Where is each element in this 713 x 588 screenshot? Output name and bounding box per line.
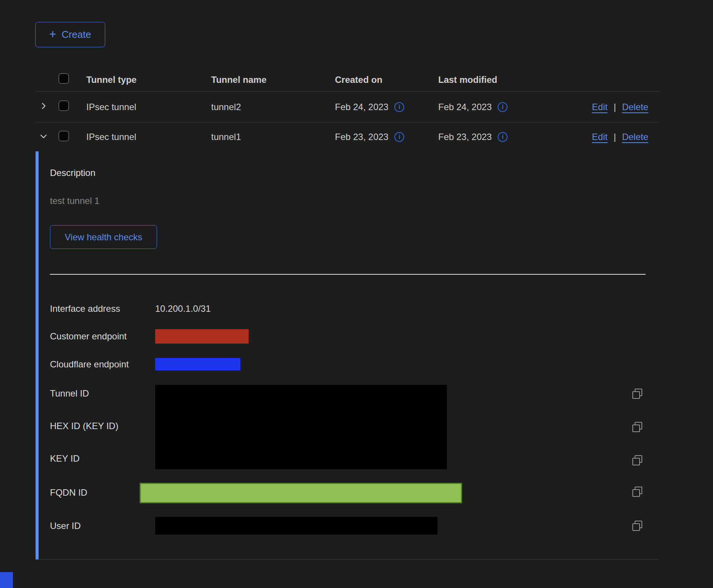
table-header-row: Tunnel type Tunnel name Created on Last … <box>35 68 659 92</box>
customer-endpoint-row: Customer endpoint <box>50 329 659 344</box>
tunnel-type-cell: IPsec tunnel <box>78 102 203 112</box>
column-header-tunnel-type: Tunnel type <box>78 75 203 85</box>
collapse-row-button[interactable] <box>38 131 49 142</box>
cloudflare-endpoint-redaction <box>155 358 240 370</box>
copy-fqdn-id-button[interactable] <box>632 487 643 497</box>
copy-icon <box>632 389 643 399</box>
fqdn-id-redaction <box>140 483 462 503</box>
tunnel-name-cell: tunnel1 <box>203 132 327 142</box>
edit-link[interactable]: Edit <box>592 132 607 142</box>
actions-separator: | <box>613 132 616 142</box>
interface-address-value: 10.200.1.0/31 <box>155 303 632 314</box>
created-on-cell: Feb 24, 2023 <box>335 102 388 112</box>
row-checkbox[interactable] <box>59 131 69 141</box>
tunnel-name-cell: tunnel2 <box>203 102 327 112</box>
select-all-checkbox[interactable] <box>59 73 69 84</box>
copy-key-id-button[interactable] <box>632 455 643 466</box>
interface-address-label: Interface address <box>50 303 155 314</box>
copy-icon <box>632 422 643 432</box>
chevron-down-icon <box>39 132 48 142</box>
tunnel-id-label: Tunnel ID <box>50 387 155 400</box>
info-icon[interactable]: i <box>498 102 508 112</box>
column-header-tunnel-name: Tunnel name <box>203 75 327 85</box>
fqdn-id-row: FQDN ID <box>50 483 659 503</box>
redaction-block-corner <box>0 572 13 588</box>
column-header-created-on: Created on <box>327 75 430 85</box>
info-icon[interactable]: i <box>394 132 404 142</box>
table-row-tunnel1: IPsec tunnel tunnel1 Feb 23, 2023 i Feb … <box>35 123 659 151</box>
user-id-row: User ID <box>50 517 659 535</box>
interface-address-row: Interface address 10.200.1.0/31 <box>50 300 659 317</box>
description-value: test tunnel 1 <box>50 196 659 206</box>
customer-endpoint-label: Customer endpoint <box>50 331 155 342</box>
created-on-cell: Feb 23, 2023 <box>335 132 388 142</box>
table-row-tunnel2: IPsec tunnel tunnel2 Feb 24, 2023 i Feb … <box>35 92 659 123</box>
create-button[interactable]: + Create <box>35 22 105 47</box>
copy-tunnel-id-button[interactable] <box>632 389 643 399</box>
copy-icon <box>632 521 643 531</box>
row-checkbox[interactable] <box>59 101 69 111</box>
copy-icon <box>632 487 643 497</box>
cloudflare-endpoint-label: Cloudflare endpoint <box>50 359 155 370</box>
delete-link[interactable]: Delete <box>622 132 648 142</box>
cloudflare-endpoint-row: Cloudflare endpoint <box>50 358 659 370</box>
chevron-right-icon <box>39 101 48 112</box>
description-label: Description <box>50 168 659 178</box>
customer-endpoint-redaction <box>155 329 249 344</box>
copy-user-id-button[interactable] <box>632 521 643 531</box>
last-modified-cell: Feb 23, 2023 <box>438 132 492 142</box>
plus-icon: + <box>49 28 56 40</box>
section-divider <box>50 274 646 275</box>
expanded-tunnel-panel: Description test tunnel 1 View health ch… <box>36 151 659 560</box>
expand-row-button[interactable] <box>38 101 49 112</box>
copy-icon <box>632 455 643 466</box>
view-health-checks-button[interactable]: View health checks <box>50 225 157 249</box>
column-header-last-modified: Last modified <box>430 75 544 85</box>
info-icon[interactable]: i <box>394 102 404 112</box>
tunnels-page: + Create Tunnel type Tunnel name Created… <box>0 0 659 560</box>
ids-redaction <box>155 385 447 469</box>
create-button-label: Create <box>62 29 91 40</box>
edit-link[interactable]: Edit <box>592 102 607 112</box>
tunnel-type-cell: IPsec tunnel <box>78 132 203 142</box>
copy-hex-id-button[interactable] <box>632 422 643 432</box>
last-modified-cell: Feb 24, 2023 <box>438 102 492 112</box>
key-id-label: KEY ID <box>50 452 155 465</box>
tunnels-table: Tunnel type Tunnel name Created on Last … <box>35 68 659 560</box>
user-id-label: User ID <box>50 521 155 531</box>
delete-link[interactable]: Delete <box>622 102 648 112</box>
info-icon[interactable]: i <box>498 132 508 142</box>
hex-id-label: HEX ID (KEY ID) <box>50 420 155 432</box>
tunnel-ids-row: Tunnel ID HEX ID (KEY ID) KEY ID <box>50 385 659 469</box>
user-id-redaction <box>155 517 437 535</box>
actions-separator: | <box>613 102 616 112</box>
